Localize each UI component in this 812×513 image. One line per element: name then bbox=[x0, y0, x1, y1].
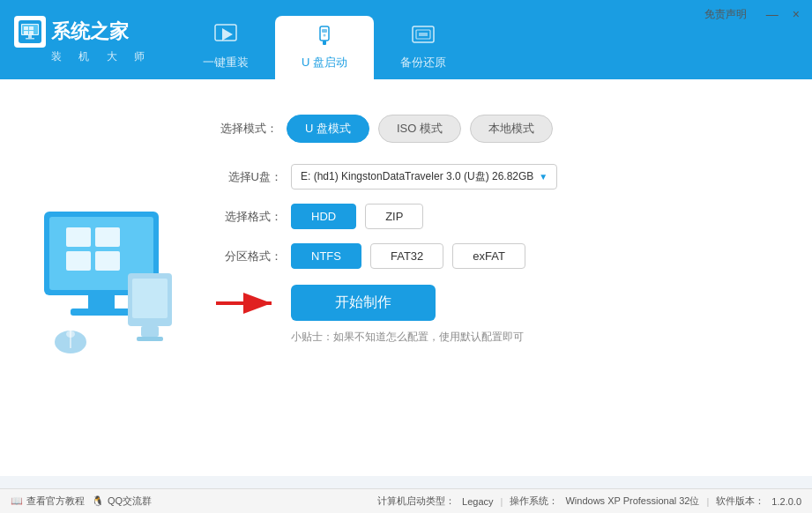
disclaimer-link[interactable]: 免责声明 bbox=[704, 7, 747, 22]
svg-rect-24 bbox=[88, 295, 115, 309]
fat32-button[interactable]: FAT32 bbox=[370, 243, 443, 269]
start-button[interactable]: 开始制作 bbox=[291, 285, 436, 321]
computer-illustration bbox=[18, 194, 185, 361]
hdd-button[interactable]: HDD bbox=[291, 204, 356, 229]
partition-fmt-row: 分区格式： NTFS FAT32 exFAT bbox=[220, 243, 777, 269]
svg-rect-6 bbox=[29, 31, 34, 34]
svg-rect-4 bbox=[29, 26, 34, 30]
logo-name: 系统之家 bbox=[51, 19, 129, 45]
tab-uboot[interactable]: U 盘启动 bbox=[275, 16, 374, 79]
version-label: 软件版本： bbox=[716, 494, 764, 508]
svg-rect-27 bbox=[132, 279, 168, 318]
svg-rect-22 bbox=[66, 251, 91, 271]
svg-rect-3 bbox=[24, 26, 28, 30]
svg-rect-11 bbox=[320, 26, 329, 41]
red-arrow-icon bbox=[212, 286, 282, 321]
write-mode-label: 选择格式： bbox=[220, 209, 282, 225]
logo-subtitle: 装 机 大 师 bbox=[14, 49, 162, 64]
svg-point-32 bbox=[66, 331, 75, 338]
exfat-button[interactable]: exFAT bbox=[452, 243, 525, 269]
tutorial-link[interactable]: 📖 查看官方教程 bbox=[11, 494, 85, 508]
svg-rect-7 bbox=[28, 35, 32, 38]
mode-iso-button[interactable]: ISO 模式 bbox=[378, 115, 461, 143]
mode-udisk-button[interactable]: U 盘模式 bbox=[287, 115, 369, 143]
dropdown-arrow-icon: ▼ bbox=[539, 172, 548, 182]
tab-reinstall[interactable]: 一键重装 bbox=[176, 16, 275, 79]
qq-group-link[interactable]: 🐧 QQ交流群 bbox=[92, 494, 152, 508]
svg-rect-17 bbox=[419, 33, 428, 36]
svg-rect-21 bbox=[95, 227, 120, 247]
svg-rect-5 bbox=[24, 31, 28, 34]
tab-reinstall-label: 一键重装 bbox=[203, 55, 249, 71]
os-label: 操作系统： bbox=[510, 494, 558, 508]
qq-icon: 🐧 bbox=[92, 495, 104, 507]
partition-fmt-label: 分区格式： bbox=[220, 249, 282, 264]
svg-marker-10 bbox=[222, 28, 233, 41]
udisk-dropdown[interactable]: E: (hd1) KingstonDataTraveler 3.0 (U盘) 2… bbox=[291, 164, 557, 190]
zip-button[interactable]: ZIP bbox=[365, 204, 423, 229]
header: 系统之家 装 机 大 师 一键重装 bbox=[0, 0, 812, 79]
tab-uboot-label: U 盘启动 bbox=[302, 55, 347, 71]
qq-text: QQ交流群 bbox=[108, 494, 152, 508]
ntfs-button[interactable]: NTFS bbox=[291, 243, 361, 269]
logo-area: 系统之家 装 机 大 师 bbox=[0, 0, 176, 79]
tip-text: 小贴士：如果不知道怎么配置，使用默认配置即可 bbox=[291, 330, 777, 345]
title-bar: 免责声明 — × bbox=[697, 0, 812, 28]
os-value: Windows XP Professional 32位 bbox=[565, 494, 699, 508]
logo-title: 系统之家 bbox=[14, 16, 162, 48]
start-button-row: 开始制作 bbox=[291, 285, 777, 321]
left-illustration bbox=[0, 97, 203, 458]
svg-rect-12 bbox=[323, 41, 326, 45]
svg-rect-28 bbox=[141, 326, 159, 337]
svg-rect-20 bbox=[66, 227, 91, 247]
tab-backup-label: 备份还原 bbox=[400, 55, 446, 71]
tab-backup[interactable]: 备份还原 bbox=[374, 16, 473, 79]
right-form: 选择模式： U 盘模式 ISO 模式 本地模式 选择U盘： E: (hd1) K… bbox=[203, 97, 812, 458]
divider1: | bbox=[501, 496, 503, 507]
uboot-icon bbox=[312, 23, 337, 51]
reinstall-icon bbox=[213, 23, 238, 51]
svg-rect-29 bbox=[137, 337, 163, 341]
logo-icon bbox=[14, 16, 46, 48]
version-value: 1.2.0.0 bbox=[771, 496, 801, 507]
write-mode-buttons: HDD ZIP bbox=[291, 204, 423, 229]
minimize-button[interactable]: — bbox=[761, 5, 784, 23]
mode-local-button[interactable]: 本地模式 bbox=[470, 115, 553, 143]
boot-type-label: 计算机启动类型： bbox=[377, 494, 455, 508]
partition-format-buttons: NTFS FAT32 exFAT bbox=[291, 243, 525, 269]
udisk-select-row: 选择U盘： E: (hd1) KingstonDataTraveler 3.0 … bbox=[220, 164, 777, 190]
divider2: | bbox=[707, 496, 710, 507]
tutorial-icon: 📖 bbox=[11, 495, 23, 507]
main-content: 选择模式： U 盘模式 ISO 模式 本地模式 选择U盘： E: (hd1) K… bbox=[0, 79, 812, 476]
svg-rect-8 bbox=[26, 38, 34, 40]
svg-rect-23 bbox=[95, 251, 120, 271]
udisk-select-label: 选择U盘： bbox=[220, 169, 282, 185]
close-button[interactable]: × bbox=[787, 5, 805, 23]
status-bar: 📖 查看官方教程 🐧 QQ交流群 计算机启动类型： Legacy | 操作系统：… bbox=[0, 488, 812, 513]
svg-rect-25 bbox=[71, 309, 132, 316]
boot-type-value: Legacy bbox=[462, 496, 493, 507]
mode-selector-row: 选择模式： U 盘模式 ISO 模式 本地模式 bbox=[220, 115, 777, 143]
svg-rect-13 bbox=[322, 29, 327, 33]
svg-point-14 bbox=[324, 34, 326, 37]
tutorial-text: 查看官方教程 bbox=[26, 494, 85, 508]
write-mode-row: 选择格式： HDD ZIP bbox=[220, 204, 777, 229]
mode-label: 选择模式： bbox=[220, 121, 278, 137]
backup-icon bbox=[411, 23, 436, 51]
udisk-selected-value: E: (hd1) KingstonDataTraveler 3.0 (U盘) 2… bbox=[301, 169, 533, 184]
